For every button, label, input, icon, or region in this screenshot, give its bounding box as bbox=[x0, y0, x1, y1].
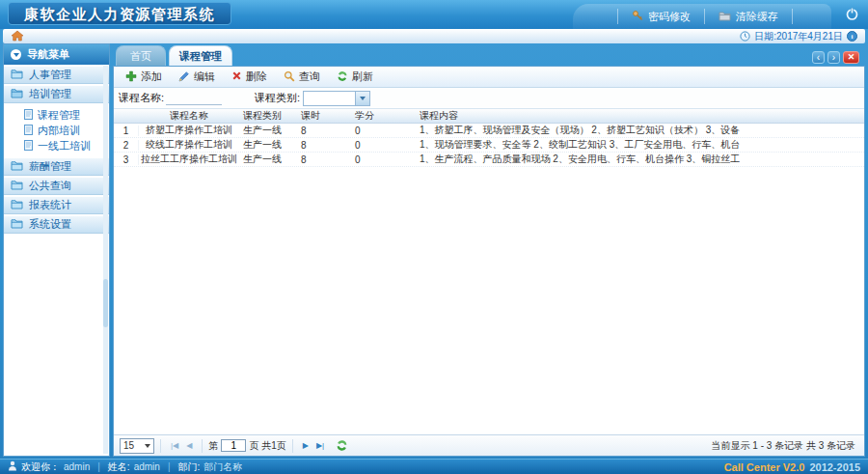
column-header-category[interactable]: 课程类别 bbox=[239, 109, 297, 123]
cell-category: 生产一线 bbox=[239, 124, 297, 137]
date-label: 日期:2017年4月21日 bbox=[754, 30, 843, 43]
toolbar: 添加 编辑 删除 查询 bbox=[114, 67, 864, 88]
cell-content: 1、挤塑工序、现场管理及安全（现场） 2、挤塑工艺知识（技术） 3、设备 bbox=[415, 124, 864, 137]
document-icon bbox=[24, 125, 33, 137]
query-label: 查询 bbox=[299, 70, 320, 84]
grid-refresh-icon[interactable] bbox=[336, 439, 348, 452]
cell-category: 生产一线 bbox=[239, 138, 297, 152]
main-area: 首页 课程管理 ‹ › ✕ 添加 编辑 bbox=[113, 43, 865, 457]
edit-label: 编辑 bbox=[194, 70, 215, 84]
course-name-input[interactable] bbox=[166, 92, 222, 105]
clear-cache-button[interactable]: 清除缓存 bbox=[704, 9, 793, 24]
delete-icon bbox=[231, 70, 242, 83]
dropdown-button[interactable] bbox=[355, 92, 369, 105]
date-area: 日期:2017年4月21日 i bbox=[740, 28, 857, 45]
cell-content: 1、现场管理要求、安全等 2、绞制工艺知识 3、工厂安全用电、行车、机台 bbox=[415, 138, 864, 152]
clock-icon bbox=[740, 28, 750, 45]
add-button[interactable]: 添加 bbox=[119, 68, 169, 86]
user-icon bbox=[8, 460, 17, 473]
folder-icon bbox=[11, 69, 23, 81]
table-header: 课程名称 课程类别 课时 学分 课程内容 bbox=[114, 109, 864, 124]
sidebar-subitem-label: 课程管理 bbox=[38, 108, 80, 123]
name-label: 姓名: bbox=[108, 460, 130, 474]
divider: | bbox=[97, 461, 100, 472]
next-page-icon[interactable]: ▶ bbox=[299, 441, 312, 450]
brand-area: Call Center V2.0 2012-2015 bbox=[724, 461, 860, 473]
page-suffix-label: 页 共1页 bbox=[249, 439, 285, 453]
folder-icon bbox=[11, 160, 23, 173]
info-icon[interactable]: i bbox=[847, 28, 857, 45]
sidebar-item-public-query[interactable]: 公共查询 bbox=[4, 177, 109, 195]
table-row[interactable]: 3 拉丝工工序操作工培训 生产一线 8 0 1、生产流程、产品质量和现场 2、安… bbox=[114, 153, 864, 167]
refresh-icon bbox=[337, 70, 348, 84]
sidebar-item-settings[interactable]: 系统设置 bbox=[4, 215, 109, 234]
column-header-credits[interactable]: 学分 bbox=[351, 109, 415, 123]
folder-icon bbox=[11, 199, 23, 211]
power-icon[interactable] bbox=[845, 7, 859, 25]
cell-credits: 0 bbox=[351, 140, 415, 151]
query-button[interactable]: 查询 bbox=[277, 68, 327, 86]
training-submenu: 课程管理 内部培训 一线工培训 bbox=[4, 103, 109, 156]
brand-name: Call Center V2.0 bbox=[724, 461, 805, 473]
sidebar-item-training[interactable]: 培训管理 bbox=[4, 85, 109, 103]
change-password-label: 密码修改 bbox=[648, 10, 691, 24]
sidebar-item-label: 系统设置 bbox=[29, 217, 71, 232]
content-area: 导航菜单 人事管理 培训管理 课程管理 内部培训 bbox=[2, 43, 866, 459]
prev-page-icon[interactable]: ◀ bbox=[182, 441, 196, 450]
cell-content: 1、生产流程、产品质量和现场 2、安全用电、行车、机台操作 3、铜拉丝工 bbox=[415, 153, 864, 166]
tab-course-management[interactable]: 课程管理 bbox=[169, 45, 232, 66]
sidebar-item-reports[interactable]: 报表统计 bbox=[4, 196, 109, 214]
column-header-course-name[interactable]: 课程名称 bbox=[139, 109, 239, 123]
sidebar-item-label: 报表统计 bbox=[29, 198, 71, 212]
document-icon bbox=[24, 109, 33, 122]
refresh-button[interactable]: 刷新 bbox=[330, 68, 380, 86]
row-number: 1 bbox=[114, 125, 139, 136]
cell-hours: 8 bbox=[297, 125, 351, 136]
sidebar-header-label: 导航菜单 bbox=[27, 47, 69, 62]
welcome-username: admin bbox=[64, 461, 90, 472]
page-number-input[interactable] bbox=[221, 439, 246, 452]
sidebar-item-personnel[interactable]: 人事管理 bbox=[4, 66, 109, 84]
course-category-select[interactable] bbox=[303, 91, 370, 106]
change-password-button[interactable]: 密码修改 bbox=[617, 9, 704, 24]
cell-credits: 0 bbox=[351, 125, 415, 136]
delete-button[interactable]: 删除 bbox=[225, 68, 274, 86]
edit-icon bbox=[178, 70, 190, 84]
sidebar-subitem-course-management[interactable]: 课程管理 bbox=[4, 107, 109, 123]
page-size-value: 15 bbox=[123, 440, 142, 451]
sidebar-item-salary[interactable]: 薪酬管理 bbox=[4, 157, 109, 176]
collapse-icon[interactable] bbox=[11, 49, 21, 60]
course-name-filter-label: 课程名称: bbox=[119, 91, 164, 105]
sidebar-subitem-label: 内部培训 bbox=[38, 124, 80, 138]
cell-category: 生产一线 bbox=[239, 153, 297, 166]
first-page-icon[interactable]: |◀ bbox=[167, 441, 182, 450]
sidebar-item-label: 薪酬管理 bbox=[29, 159, 71, 174]
home-icon[interactable] bbox=[11, 28, 24, 45]
tab-home[interactable]: 首页 bbox=[116, 45, 166, 66]
brand-years: 2012-2015 bbox=[809, 461, 860, 473]
table-row[interactable]: 2 绞线工序操作工培训 生产一线 8 0 1、现场管理要求、安全等 2、绞制工艺… bbox=[114, 138, 864, 153]
row-number: 3 bbox=[114, 154, 139, 165]
sidebar-item-label: 公共查询 bbox=[29, 179, 71, 193]
edit-button[interactable]: 编辑 bbox=[172, 68, 222, 86]
last-page-icon[interactable]: ▶| bbox=[312, 441, 328, 450]
dept-label: 部门: bbox=[178, 460, 201, 474]
tab-close-icon[interactable]: ✕ bbox=[843, 51, 859, 64]
dept-value: 部门名称 bbox=[203, 460, 242, 474]
tab-scroll-left-icon[interactable]: ‹ bbox=[812, 51, 825, 64]
column-header-content[interactable]: 课程内容 bbox=[415, 109, 864, 123]
welcome-label: 欢迎你： bbox=[21, 460, 60, 474]
tab-scroll-right-icon[interactable]: › bbox=[827, 51, 840, 64]
cell-hours: 8 bbox=[297, 140, 351, 151]
column-header-hours[interactable]: 课时 bbox=[297, 109, 351, 123]
cell-hours: 8 bbox=[297, 154, 351, 165]
sidebar-scrollbar[interactable] bbox=[103, 66, 108, 454]
sidebar-subitem-internal-training[interactable]: 内部培训 bbox=[4, 123, 109, 138]
sidebar-subitem-frontline-training[interactable]: 一线工培训 bbox=[4, 138, 109, 153]
table-row[interactable]: 1 挤塑工序操作工培训 生产一线 8 0 1、挤塑工序、现场管理及安全（现场） … bbox=[114, 124, 864, 138]
document-icon bbox=[24, 140, 33, 153]
page-size-select[interactable]: 15 bbox=[120, 438, 154, 454]
app-window: 康软企业人力资源管理系统 密码修改 清除缓存 bbox=[0, 0, 868, 474]
course-panel: 添加 编辑 删除 查询 bbox=[113, 66, 865, 457]
sidebar-scrollbar-thumb[interactable] bbox=[103, 279, 108, 327]
